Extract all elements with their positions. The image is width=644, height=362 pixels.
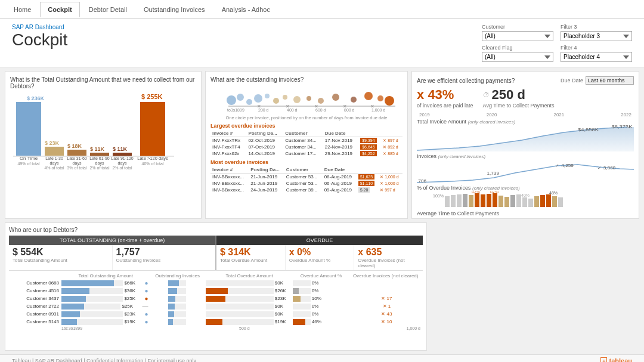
largest-overdue-title: Largest overdue invoices: [210, 123, 402, 129]
cleared-flag-select[interactable]: (All): [482, 52, 553, 62]
outstanding-invoices-title: What are the outstanding invoices?: [210, 76, 402, 83]
due-date-filter-select[interactable]: Last 60 months: [586, 76, 634, 85]
outstanding-panel-title: What is the Total Outstanding Amount tha…: [10, 76, 196, 89]
outstanding-amount-panel: What is the Total Outstanding Amount tha…: [5, 71, 202, 219]
svg-point-33: [254, 94, 262, 103]
svg-point-36: [283, 95, 287, 100]
outstanding-invoices-panel: What are the outstanding invoices?: [205, 71, 408, 219]
svg-point-34: [265, 94, 270, 98]
largest-overdue-table: Invoice # Posting Da... Customer Due Dat…: [210, 130, 402, 157]
footer-text: Tableau | SAP AR Dashboard | Confidentia…: [12, 358, 196, 362]
tableau-logo: + tableau: [600, 357, 632, 362]
svg-point-41: [351, 97, 357, 103]
svg-text:4% of total: 4% of total: [44, 166, 64, 170]
svg-text:days: days: [50, 161, 59, 166]
svg-rect-72: [493, 193, 497, 207]
tab-outstanding-invoices[interactable]: Outstanding Invoices: [136, 2, 213, 17]
col2-header: OVERDUE: [216, 236, 423, 245]
chart-note: One circle per invoice, positioned by on…: [210, 115, 402, 120]
svg-point-31: [237, 94, 244, 101]
svg-text:253 d: 253 d: [550, 218, 561, 219]
avg-time-label: Average Time to Collect Payments: [417, 211, 634, 216]
list-item: Customer 3437 $25K ●: [9, 295, 423, 302]
stat2-value: 250 d: [492, 87, 525, 103]
outstanding-inv-label: Outstanding Invoices: [116, 258, 212, 263]
total-overdue-label: Total Overdue Amount: [220, 258, 281, 263]
svg-text:to3s1899: to3s1899: [227, 108, 244, 112]
svg-rect-81: [534, 196, 539, 207]
svg-point-30: [227, 95, 236, 105]
svg-text:Late 1-30: Late 1-30: [45, 156, 63, 160]
filter3-select[interactable]: Placeholder 3: [561, 31, 632, 41]
total-invoice-chart: $4,858K $8,373K: [417, 125, 634, 152]
table-row: INV-BBxxxxx... 21-Jun-2019 Customer 53..…: [210, 180, 402, 187]
total-overdue-val: $ 314K: [220, 247, 281, 258]
svg-point-35: [273, 98, 279, 104]
svg-text:Late 61-90: Late 61-90: [89, 156, 110, 160]
svg-text:✕: ✕: [286, 104, 290, 109]
svg-rect-68: [475, 193, 479, 207]
svg-rect-74: [499, 196, 503, 207]
filter4-select[interactable]: Placeholder 4: [561, 52, 632, 62]
svg-rect-84: [552, 196, 557, 207]
svg-text:days: days: [95, 161, 104, 166]
svg-point-42: [364, 92, 373, 100]
tab-analysis-adhoc[interactable]: Analysis - Adhoc: [214, 2, 278, 17]
svg-rect-64: [451, 195, 456, 207]
tab-cockpit[interactable]: Cockpit: [40, 2, 79, 17]
svg-rect-71: [487, 194, 491, 207]
table-row: INV-BBxxxxx... 24-Jun-2019 Customer 39..…: [210, 187, 402, 193]
svg-text:100%: 100%: [433, 194, 444, 198]
svg-text:62%: 62%: [490, 191, 499, 194]
dashboard-subtitle: SAP AR Dashboard: [12, 24, 67, 30]
most-overdue-title: Most overdue invoices: [210, 159, 402, 165]
svg-text:days: days: [73, 161, 82, 166]
svg-rect-70: [481, 194, 485, 207]
overdue-pct-label: Overdue Amount %: [289, 258, 351, 263]
svg-text:2% of total: 2% of total: [112, 166, 132, 170]
svg-text:40% of total: 40% of total: [142, 162, 164, 166]
stat1-label: of invoices are paid late: [417, 103, 473, 109]
tab-debtor-detail[interactable]: Debtor Detail: [81, 2, 135, 17]
right-spacer: [431, 222, 639, 351]
svg-point-44: [385, 96, 394, 106]
filter4-label: Filter 4: [561, 45, 632, 51]
table-row: INV-BBxxxxx... 21-Jun-2019 Customer 53..…: [210, 174, 402, 181]
stat2-label: Avg Time to Collect Payments: [483, 103, 555, 109]
overdue-pct-val: 0%: [297, 247, 311, 257]
svg-text:$ 11K: $ 11K: [113, 146, 128, 152]
filter3-label: Filter 3: [561, 24, 632, 30]
svg-rect-65: [457, 194, 462, 207]
efficiency-panel-title: Are we efficient collecting payments?: [417, 78, 515, 84]
svg-rect-85: [558, 197, 563, 207]
avg-time-chart: 64 d 209 d 253 d 291 d: [417, 217, 634, 219]
svg-text:Late 91-120: Late 91-120: [111, 156, 133, 160]
svg-point-37: [293, 96, 301, 103]
svg-rect-67: [469, 195, 473, 207]
customer-filter-select[interactable]: (All): [482, 31, 553, 41]
svg-text:706: 706: [418, 179, 426, 184]
invoice-scatter-chart: to3s1899 200 d 400 d 600 d 800 d 1,000 d…: [210, 85, 401, 114]
overdue-inv-label: Overdue Invoices (not cleared): [358, 258, 419, 268]
most-overdue-table: Invoice # Posting Da... Customer Due Dat…: [210, 166, 402, 193]
total-outstanding-label: Total Outstanding Amount: [13, 258, 109, 263]
customer-filter-label: Customer: [482, 24, 553, 30]
tab-home[interactable]: Home: [6, 2, 39, 17]
customer-list: Total Outstanding Amount Outstanding Inv…: [9, 273, 423, 325]
svg-rect-10: [67, 150, 86, 156]
svg-rect-25: [140, 102, 165, 156]
svg-rect-77: [516, 194, 521, 207]
svg-point-40: [332, 94, 339, 101]
svg-rect-75: [504, 197, 509, 207]
svg-rect-66: [463, 194, 467, 207]
pct-overdue-chart: 100% 62% 62% 40%: [417, 191, 634, 209]
svg-text:$4,858K: $4,858K: [578, 127, 599, 132]
table-row: INV-FxxxTF4 07-Oct-2019 Customer 34... 2…: [210, 144, 402, 150]
svg-rect-5: [45, 147, 64, 156]
svg-rect-82: [540, 195, 545, 207]
svg-text:$8,373K: $8,373K: [611, 125, 632, 129]
stat1-prefix: x: [417, 87, 424, 102]
svg-text:✕: ✕: [257, 104, 261, 109]
svg-text:2% of total: 2% of total: [89, 166, 110, 170]
list-item: Customer 5145 $19K ●: [9, 318, 423, 325]
